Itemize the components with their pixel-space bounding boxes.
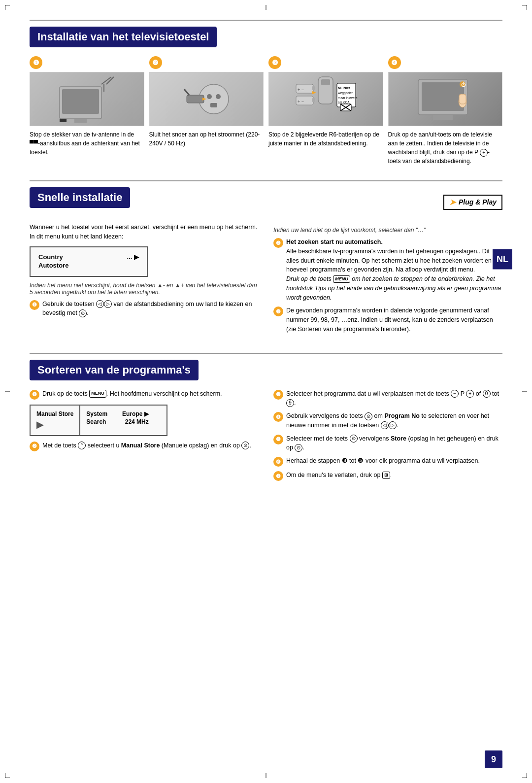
divider-2 [30,180,502,181]
left-icon: ◁ [96,300,104,308]
svg-marker-22 [312,91,316,94]
country-value: ... ▶ [127,253,139,261]
manual-store-right: System Europe ▶ Search 224 MHz [80,406,154,435]
program-no-text: Program No [384,412,420,419]
nine-icon: 9 [286,399,294,407]
snelle-intro: Wanneer u het toestel voor het eerst aan… [30,223,259,241]
plus-icon-2: + [466,390,474,398]
sorteren-right: ❸ Selecteer het programma dat u wil verp… [273,389,502,485]
svg-point-8 [207,94,212,99]
sorteren-step-2-text: Met de toets ⌃ selecteert u Manual Store… [42,441,251,450]
search-value: 224 MHz [125,418,149,425]
sorteren-step-5: ❺ Selecteer met de toets ⊙ vervolgens St… [273,434,502,453]
sorteren-step-1-text: Druk op de toets MENU. Het hoofdmenu ver… [42,389,222,399]
snelle-body: Wanneer u het toestel voor het eerst aan… [30,223,502,338]
step2-italic: Druk op de toets MENU om het zoeken te s… [286,275,501,301]
antenna-illustration: ▀▀ [57,74,116,124]
svg-rect-19 [312,98,315,102]
left-mid-mark [5,391,10,392]
sorteren-step-6: ❻ Herhaal de stappen ❸ tot ❺ voor elk pr… [273,456,502,467]
sorteren-step-1-number: ❶ [30,390,39,400]
sorteren-step-7: ❼ Om de menu's te verlaten, druk op ⊞. [273,471,502,481]
sorteren-left: ❶ Druk op de toets MENU. Het hoofdmenu v… [30,389,259,485]
search-row: Search 224 MHz [86,418,148,425]
arrow-indicator: ▶ [36,419,73,430]
store-text: Store [391,435,406,442]
svg-text:als KCA.: als KCA. [338,101,350,104]
svg-text:NL Niet: NL Niet [338,86,350,90]
snelle-step-2: ❷ Het zoeken start nu automatisch. Alle … [273,238,502,302]
sorteren-step-7-number: ❼ [273,471,283,481]
corner-mark-bl [5,773,10,778]
plus-icon: + [480,149,488,157]
svg-text:▀▀: ▀▀ [60,119,67,124]
snelle-step-3-text: De gevonden programma's worden in dalend… [286,306,502,334]
snelle-header-row: Snelle installatie ➤ Plug & Play [30,187,502,217]
ok-icon-5: ⊙ [295,444,302,452]
svg-rect-32 [422,82,464,111]
plug-play-arrow: ➤ [449,198,456,207]
sorteren-step-3-number: ❸ [273,390,283,400]
zero-icon: 0 [483,390,491,398]
snelle-step-2-text: Het zoeken start nu automatisch. Alle be… [286,238,502,302]
right-icon: ▷ [104,300,112,308]
nl-badge: NL [493,249,512,269]
step-desc-2: Sluit het snoer aan op het stroomnet (22… [149,130,264,148]
svg-line-12 [184,89,189,95]
sorteren-step-4-text: Gebruik vervolgens de toets ⊙ om Program… [286,411,502,430]
sorteren-step-4: ❹ Gebruik vervolgens de toets ⊙ om Progr… [273,411,502,430]
manual-store-label: Manual Store [36,410,73,417]
manual-store-menu-box: Manual Store ▶ System Europe ▶ Search 22… [30,405,167,436]
step-number-3: ❸ [268,56,281,69]
sorteren-step-3: ❸ Selecteer het programma dat u wil verp… [273,389,502,408]
sorteren-title: Sorteren van de programma's [30,360,199,380]
autostore-row: Autostore [38,262,139,269]
system-label: System [86,410,107,417]
step-number-2: ❷ [149,56,162,69]
page: Installatie van het televisietoestel ❶ [0,0,532,783]
svg-rect-2 [74,119,87,123]
snelle-section: Snelle installatie ➤ Plug & Play Wanneer… [30,180,502,338]
divider-3 [30,353,502,354]
divider-1 [30,20,502,21]
snelle-left: Wanneer u het toestel voor het eerst aan… [30,223,259,338]
snelle-step-1: ❶ Gebruik de toetsen ◁▷ van de afstandsb… [30,300,259,318]
installation-title: Installatie van het televisietoestel [30,27,217,47]
svg-rect-35 [459,94,466,104]
step-desc-3: Stop de 2 bijgeleverde R6-batterijen op … [268,130,383,148]
top-center-mark [266,5,266,10]
step-image-2 [149,72,264,126]
snelle-step-3-number: ❸ [273,306,283,316]
sorteren-step-4-number: ❹ [273,412,283,422]
svg-point-9 [216,94,221,99]
install-step-2: ❷ Sluit het snoer aan [149,56,264,166]
svg-rect-1 [62,89,99,114]
snelle-step-1-number: ❶ [30,300,39,310]
manual-store-left: Manual Store ▶ [31,406,80,435]
step-number-4: ❹ [388,56,401,69]
sorteren-step-2-number: ❷ [30,442,39,451]
install-step-4: ❹ ⏻ Druk op de aan/uit- [388,56,503,166]
menu-icon-1: MENU [333,275,350,283]
menu-icon-2: MENU [89,390,106,398]
sorteren-step-6-number: ❻ [273,457,283,467]
step-image-3: + − + − NL Niet weggooien, maar inlevere… [268,72,383,126]
corner-mark-tr [522,5,527,10]
plug-play-label: Plug & Play [459,198,497,206]
install-step-1: ❶ ▀▀ Stop de stekker va [30,56,144,166]
corner-mark-tl [5,5,10,10]
italic-note-2: Indien uw land niet op de lijst voorkomt… [273,227,502,234]
plug-illustration [177,74,236,124]
svg-rect-11 [187,95,204,103]
svg-text:+ −: + − [298,99,304,104]
svg-text:+ −: + − [298,87,304,92]
tv-touch-illustration: ⏻ [416,74,475,124]
snelle-step-3: ❸ De gevonden programma's worden in dale… [273,306,502,334]
svg-text:weggooien,: weggooien, [337,91,354,95]
step-image-4: ⏻ [388,72,503,126]
sorteren-step-1: ❶ Druk op de toets MENU. Het hoofdmenu v… [30,389,259,400]
step-desc-1: Stop de stekker van de tv-antenne in de … [30,130,144,157]
sorteren-step-5-text: Selecteer met de toets ⊙ vervolgens Stor… [286,434,502,453]
ok-icon-2: ⊙ [241,442,249,449]
install-steps: ❶ ▀▀ Stop de stekker va [30,56,502,166]
